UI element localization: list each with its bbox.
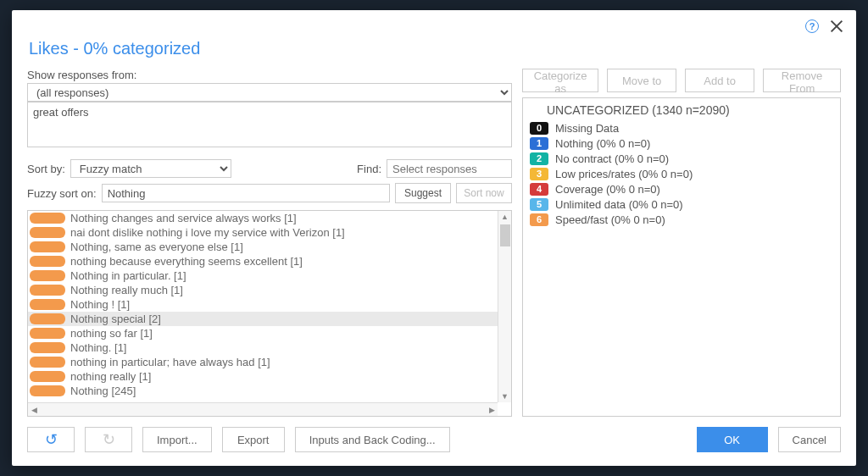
- list-item[interactable]: nothing in particular; have always had […: [28, 355, 498, 369]
- list-item[interactable]: Nothing. [1]: [28, 340, 498, 355]
- category-chip: [30, 313, 65, 324]
- undo-button[interactable]: ↺: [27, 427, 75, 452]
- category-row[interactable]: 3Low prices/rates (0% 0 n=0): [530, 166, 833, 181]
- list-item[interactable]: Nothing [245]: [28, 384, 498, 398]
- redo-icon: ↻: [103, 432, 115, 447]
- list-item[interactable]: nai dont dislike nothing i love my servi…: [28, 225, 498, 240]
- category-chip: [30, 328, 65, 339]
- category-badge: 3: [530, 168, 548, 180]
- add-to-button[interactable]: Add to: [685, 69, 754, 92]
- category-chip: [30, 285, 65, 296]
- import-button[interactable]: Import...: [142, 427, 212, 452]
- response-text: nothing really [1]: [70, 370, 151, 383]
- response-text: Nothing ! [1]: [70, 298, 130, 311]
- response-text: Nothing in particular. [1]: [70, 269, 186, 282]
- category-badge: 1: [530, 137, 548, 150]
- show-responses-label: Show responses from:: [27, 69, 136, 81]
- response-text: Nothing. [1]: [70, 341, 127, 354]
- category-row[interactable]: 2No contract (0% 0 n=0): [530, 151, 833, 166]
- category-row[interactable]: 5Unlimited data (0% 0 n=0): [530, 196, 833, 212]
- responses-column: Show responses from: (all responses) gre…: [27, 69, 512, 417]
- response-text: nai dont dislike nothing i love my servi…: [70, 226, 345, 239]
- list-item[interactable]: Nothing in particular. [1]: [28, 268, 498, 283]
- category-row[interactable]: 6Speed/fast (0% 0 n=0): [530, 212, 833, 227]
- list-item[interactable]: Nothing changes and service always works…: [28, 211, 498, 225]
- category-label: Low prices/rates (0% 0 n=0): [555, 168, 693, 180]
- response-list: Nothing changes and service always works…: [27, 210, 512, 417]
- list-item[interactable]: Nothing, same as everyone else [1]: [28, 240, 498, 254]
- fuzzy-sort-label: Fuzzy sort on:: [27, 187, 97, 200]
- show-responses-select[interactable]: (all responses): [27, 83, 512, 102]
- category-chip: [30, 270, 65, 281]
- list-item[interactable]: Nothing really much [1]: [28, 283, 498, 297]
- horizontal-scrollbar[interactable]: ◀ ▶: [28, 402, 498, 416]
- fuzzy-sort-input[interactable]: [102, 184, 390, 202]
- sort-by-label: Sort by:: [27, 163, 65, 175]
- response-text: nothing so far [1]: [70, 327, 153, 340]
- categorize-as-button[interactable]: Categorize as: [522, 69, 598, 92]
- category-badge: 4: [530, 183, 548, 196]
- suggest-button[interactable]: Suggest: [395, 183, 451, 203]
- inputs-back-coding-button[interactable]: Inputs and Back Coding...: [295, 427, 450, 452]
- undo-icon: ↺: [45, 432, 58, 447]
- scroll-right-icon[interactable]: ▶: [486, 406, 498, 414]
- category-badge: 2: [530, 152, 548, 165]
- response-text: Nothing special [2]: [70, 313, 161, 325]
- remove-from-button[interactable]: Remove From: [763, 69, 841, 92]
- uncategorized-header: UNCATEGORIZED (1340 n=2090): [547, 103, 833, 117]
- response-text: nothing because everything seems excelle…: [70, 255, 303, 268]
- scroll-up-icon[interactable]: ▲: [501, 211, 509, 223]
- category-label: Speed/fast (0% 0 n=0): [555, 213, 665, 226]
- dialog-footer: ↺ ↻ Import... Export Inputs and Back Cod…: [12, 417, 856, 466]
- category-chip: [30, 241, 65, 252]
- category-chip: [30, 371, 65, 382]
- dialog-title: Likes - 0% categorized: [29, 39, 839, 58]
- scroll-thumb[interactable]: [500, 224, 510, 246]
- list-item[interactable]: nothing really [1]: [28, 369, 498, 384]
- category-chip: [30, 227, 65, 238]
- category-chip: [30, 342, 65, 353]
- export-button[interactable]: Export: [222, 427, 285, 452]
- scroll-left-icon[interactable]: ◀: [28, 406, 40, 414]
- sort-by-select[interactable]: Fuzzy match: [70, 159, 231, 178]
- vertical-scrollbar[interactable]: ▲ ▼: [498, 211, 511, 402]
- close-icon[interactable]: [829, 19, 844, 34]
- categorize-dialog: ? Likes - 0% categorized Show responses …: [12, 10, 856, 466]
- ok-button[interactable]: OK: [697, 427, 768, 452]
- category-label: Nothing (0% 0 n=0): [555, 137, 650, 150]
- redo-button[interactable]: ↻: [85, 427, 132, 452]
- help-icon[interactable]: ?: [805, 19, 819, 33]
- sort-now-button[interactable]: Sort now: [456, 183, 512, 203]
- category-badge: 5: [530, 198, 548, 211]
- response-text: Nothing, same as everyone else [1]: [70, 241, 243, 253]
- response-text: nothing in particular; have always had […: [70, 356, 270, 368]
- category-chip: [30, 256, 65, 267]
- list-item[interactable]: Nothing ! [1]: [28, 297, 498, 312]
- current-response-box[interactable]: great offers: [27, 102, 512, 147]
- category-chip: [30, 213, 65, 224]
- category-badge: 0: [530, 122, 548, 135]
- find-input[interactable]: [387, 159, 512, 178]
- move-to-button[interactable]: Move to: [607, 69, 676, 92]
- response-text: Nothing changes and service always works…: [70, 212, 297, 224]
- category-label: Unlimited data (0% 0 n=0): [555, 198, 683, 211]
- list-item[interactable]: nothing because everything seems excelle…: [28, 254, 498, 268]
- list-item[interactable]: Nothing special [2]: [28, 312, 498, 326]
- category-chip: [30, 385, 65, 396]
- category-label: Coverage (0% 0 n=0): [555, 183, 660, 196]
- category-chip: [30, 357, 65, 368]
- cancel-button[interactable]: Cancel: [778, 427, 841, 452]
- category-action-bar: Categorize as Move to Add to Remove From: [522, 69, 841, 92]
- response-text: Nothing really much [1]: [70, 284, 183, 296]
- categories-column: Categorize as Move to Add to Remove From…: [522, 69, 841, 417]
- category-row[interactable]: 1Nothing (0% 0 n=0): [530, 136, 833, 151]
- category-row[interactable]: 0Missing Data: [530, 120, 833, 136]
- category-label: Missing Data: [555, 122, 619, 135]
- list-item[interactable]: nothing so far [1]: [28, 326, 498, 340]
- category-row[interactable]: 4Coverage (0% 0 n=0): [530, 181, 833, 196]
- scroll-down-icon[interactable]: ▼: [501, 390, 509, 402]
- category-label: No contract (0% 0 n=0): [555, 152, 669, 165]
- response-text: Nothing [245]: [70, 385, 136, 397]
- dialog-header: Likes - 0% categorized: [12, 34, 856, 69]
- find-label: Find:: [357, 163, 381, 175]
